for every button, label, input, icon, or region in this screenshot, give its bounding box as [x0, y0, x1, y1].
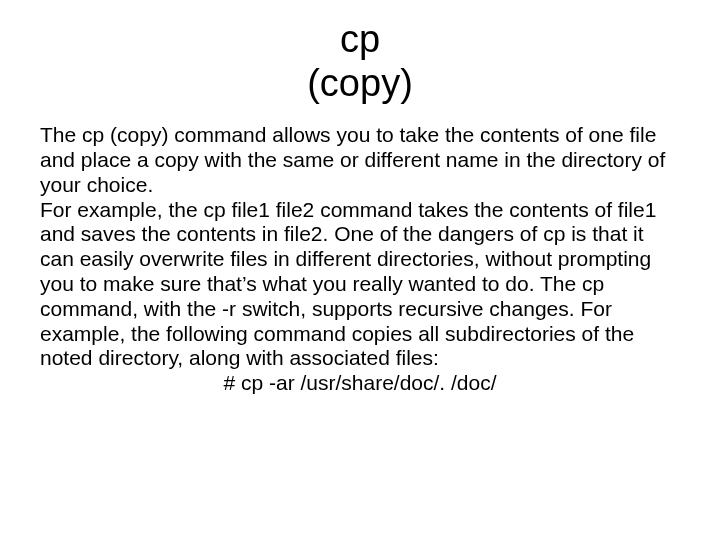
text: command, with the — [40, 297, 222, 320]
command-cp-file1-file2: cp file1 file2 — [203, 198, 314, 221]
slide-body: The cp (copy) command allows you to take… — [40, 123, 680, 395]
command-cp-copy: cp (copy) — [82, 123, 168, 146]
switch-r: -r — [222, 297, 236, 320]
paragraph-1: The cp (copy) command allows you to take… — [40, 123, 680, 197]
command-example: # cp -ar /usr/share/doc/. /doc/ — [40, 371, 680, 396]
text: The — [40, 123, 82, 146]
slide-title: cp (copy) — [40, 18, 680, 105]
command-cp: cp — [582, 272, 604, 295]
title-line-2: (copy) — [307, 62, 413, 104]
slide: cp (copy) The cp (copy) command allows y… — [0, 0, 720, 540]
text: For example, the — [40, 198, 203, 221]
paragraph-2: For example, the cp file1 file2 command … — [40, 198, 680, 371]
title-line-1: cp — [340, 18, 380, 60]
command-cp: cp — [543, 222, 565, 245]
